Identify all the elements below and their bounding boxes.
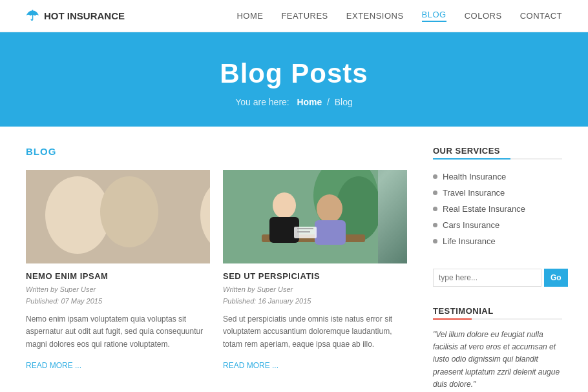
svg-rect-16 <box>315 220 346 245</box>
post-card-1: NEMO ENIM IPSAM Written by Super User Pu… <box>26 170 210 370</box>
services-underline <box>433 158 562 160</box>
post-card-2: SED UT PERSPICIATIS Written by Super Use… <box>223 170 407 370</box>
post-title-2: SED UT PERSPICIATIS <box>223 271 407 281</box>
post-published-1: Published: 07 May 2015 <box>26 296 210 307</box>
svg-rect-1 <box>26 170 181 263</box>
post-title-1: NEMO ENIM IPSAM <box>26 271 210 281</box>
bullet-icon <box>433 223 437 227</box>
breadcrumb-home[interactable]: Home <box>297 97 322 107</box>
services-heading: OUR SERVICES <box>433 146 562 156</box>
service-label-3: Real Estate Insurance <box>443 204 525 214</box>
umbrella-icon: ☂ <box>26 8 39 25</box>
service-label-2: Travel Insurance <box>443 188 505 198</box>
nav: HOME FEATURES EXTENSIONS BLOG COLORS CON… <box>236 10 562 22</box>
testimonial-text: "Vel illum dolore eu feugiat nulla facil… <box>433 329 562 391</box>
breadcrumb-label: You are here: <box>235 97 289 107</box>
svg-point-6 <box>118 187 147 218</box>
nav-home[interactable]: HOME <box>236 11 263 21</box>
svg-rect-2 <box>26 234 181 263</box>
service-item-5[interactable]: Life Insurance <box>433 233 562 249</box>
bullet-icon <box>433 239 437 243</box>
testimonial-heading: TESTIMONIAL <box>433 306 562 316</box>
svg-rect-8 <box>71 238 100 256</box>
svg-point-13 <box>273 192 296 218</box>
testimonial-underline <box>433 318 562 320</box>
post-image-2 <box>223 170 407 263</box>
nav-colors[interactable]: COLORS <box>465 11 502 21</box>
svg-point-15 <box>317 194 342 223</box>
header: ☂ HOT INSURANCE HOME FEATURES EXTENSIONS… <box>0 0 588 32</box>
search-input[interactable] <box>433 269 541 287</box>
svg-rect-5 <box>65 218 100 241</box>
post-meta-2: Written by Super User Published: 16 Janu… <box>223 284 407 307</box>
search-button[interactable]: Go <box>544 269 568 287</box>
read-more-1[interactable]: READ MORE ... <box>26 361 81 370</box>
read-more-2[interactable]: READ MORE ... <box>223 361 278 370</box>
posts-grid: NEMO ENIM IPSAM Written by Super User Pu… <box>26 170 407 370</box>
svg-rect-7 <box>116 216 152 241</box>
breadcrumb: You are here: Home / Blog <box>13 97 575 107</box>
search-section: Go <box>433 269 562 287</box>
service-item-1[interactable]: Health Insurance <box>433 169 562 185</box>
post-published-2: Published: 16 January 2015 <box>223 296 407 307</box>
nav-blog[interactable]: BLOG <box>422 10 446 22</box>
post-author-1: Written by Super User <box>26 284 210 296</box>
sidebar: OUR SERVICES Health Insurance Travel Ins… <box>433 146 562 392</box>
service-label-4: Cars Insurance <box>443 220 499 230</box>
services-section: OUR SERVICES Health Insurance Travel Ins… <box>433 146 562 249</box>
nav-extensions[interactable]: EXTENSIONS <box>346 11 404 21</box>
svg-point-4 <box>68 191 94 220</box>
main-wrapper: BLOG <box>0 127 588 392</box>
post-meta-1: Written by Super User Published: 07 May … <box>26 284 210 307</box>
bullet-icon <box>433 207 437 211</box>
service-item-3[interactable]: Real Estate Insurance <box>433 201 562 217</box>
breadcrumb-current: Blog <box>335 97 353 107</box>
service-label-5: Life Insurance <box>443 236 496 246</box>
testimonial-section: TESTIMONIAL "Vel illum dolore eu feugiat… <box>433 306 562 392</box>
blog-content: BLOG <box>26 146 407 392</box>
svg-rect-3 <box>32 231 174 244</box>
service-label-1: Health Insurance <box>443 172 506 181</box>
bullet-icon <box>433 191 437 195</box>
page-title: Blog Posts <box>13 58 575 89</box>
blog-heading: BLOG <box>26 146 407 157</box>
service-item-2[interactable]: Travel Insurance <box>433 185 562 201</box>
services-list: Health Insurance Travel Insurance Real E… <box>433 169 562 249</box>
service-item-4[interactable]: Cars Insurance <box>433 217 562 233</box>
svg-rect-0 <box>26 170 181 263</box>
nav-features[interactable]: FEATURES <box>281 11 328 21</box>
post-excerpt-1: Nemo enim ipsam voluptatem quia voluptas… <box>26 313 210 351</box>
hero-banner: Blog Posts You are here: Home / Blog <box>0 32 588 127</box>
nav-contact[interactable]: CONTACT <box>520 11 562 21</box>
bullet-icon <box>433 174 437 179</box>
post-excerpt-2: Sed ut perspiciatis unde omnis iste natu… <box>223 313 407 351</box>
post-image-1 <box>26 170 210 263</box>
breadcrumb-separator: / <box>327 97 330 107</box>
svg-rect-19 <box>297 231 310 232</box>
logo[interactable]: ☂ HOT INSURANCE <box>26 8 125 25</box>
logo-text: HOT INSURANCE <box>44 10 125 21</box>
post-author-2: Written by Super User <box>223 284 407 296</box>
svg-rect-18 <box>297 228 313 229</box>
search-row: Go <box>433 269 562 287</box>
